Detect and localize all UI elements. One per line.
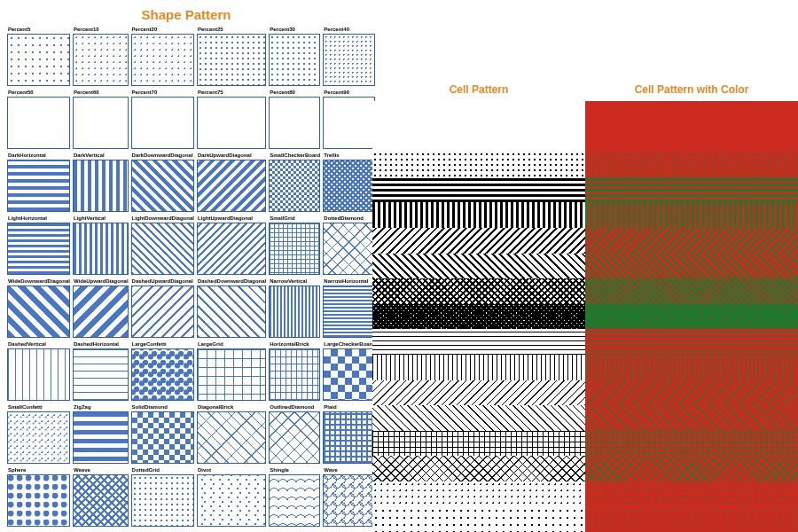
swatch-DashedHorizontal	[73, 348, 129, 401]
swatch-Wave	[323, 474, 374, 527]
swatch-NarrowHorizontal	[323, 286, 374, 338]
cell-pattern-mono-DiagonalStripe	[372, 254, 585, 279]
swatch-label: Divot	[197, 466, 266, 474]
cell-pattern-mono-DiagonalCrosshatch	[372, 278, 585, 304]
shape-swatch: SolidDiamond	[131, 403, 194, 464]
shape-pattern-grid: Percent5Percent10Percent20Percent25Perce…	[7, 26, 365, 527]
cell-pattern-mono-ThinDiagonalCrosshatch	[372, 456, 585, 481]
swatch-label: WideDownwardDiagonal	[7, 278, 70, 286]
shape-swatch: DarkVertical	[73, 152, 129, 212]
swatch-label: LightUpwardDiagonal	[197, 215, 266, 223]
shape-swatch: Percent30	[269, 26, 320, 86]
swatch-Percent30	[269, 34, 320, 86]
cell-pattern-row	[372, 481, 798, 507]
swatch-label: DashedHorizontal	[73, 340, 129, 348]
shape-pattern-title: Shape Pattern	[7, 5, 365, 26]
cell-pattern-mono-Gray12	[372, 481, 585, 507]
cell-pattern-color-ThinDiagonalCrosshatch	[585, 456, 798, 481]
shape-swatch: Percent20	[131, 26, 194, 86]
cell-pattern-color-ThinDiagonalStripe	[585, 405, 798, 431]
cell-pattern-mono-VerticalStripe	[372, 202, 585, 228]
swatch-label: DarkUpwardDiagonal	[197, 152, 266, 160]
swatch-Trellis	[323, 160, 374, 212]
swatch-OutlinedDiamond	[269, 411, 320, 464]
swatch-label: DarkDownwardDiagonal	[131, 152, 194, 160]
cell-pattern-mono-ThickDiagonalCrosshatch	[372, 304, 585, 330]
cell-pattern-mono-ThinHorizontalStripe	[372, 329, 585, 355]
cell-pattern-color-ReverseDiagonalStripe	[585, 228, 798, 254]
swatch-DashedVertical	[7, 348, 70, 401]
swatch-label: DashedUpwardDiagonal	[131, 278, 194, 286]
swatch-label: DottedDiamond	[323, 215, 374, 223]
swatch-label: Percent70	[131, 89, 194, 97]
swatch-label: DashedDownwardDiagonal	[197, 278, 266, 286]
swatch-label: HorizontalBrick	[269, 340, 320, 348]
swatch-LargeGrid	[197, 348, 266, 401]
swatch-label: OutlinedDiamond	[269, 403, 320, 411]
swatch-label: DarkVertical	[73, 152, 129, 160]
shape-swatch: Percent5	[7, 26, 70, 86]
swatch-DottedDiamond	[323, 223, 374, 275]
cell-pattern-row	[372, 431, 798, 457]
cell-pattern-row	[372, 228, 798, 254]
cell-pattern-row	[372, 380, 798, 406]
swatch-SolidDiamond	[131, 411, 194, 464]
cell-pattern-color-DiagonalStripe	[585, 254, 798, 279]
swatch-Divot	[197, 474, 266, 527]
cell-pattern-row	[372, 405, 798, 431]
swatch-Sphere	[7, 474, 70, 527]
swatch-DashedDownwardDiagonal	[197, 286, 266, 338]
swatch-DottedGrid	[131, 474, 194, 527]
shape-swatch: DottedGrid	[131, 466, 194, 527]
cell-pattern-color-Gray50	[585, 101, 798, 127]
cell-pattern-title: Cell Pattern	[372, 83, 585, 99]
swatch-NarrowVertical	[269, 286, 320, 338]
shape-swatch: Weave	[73, 466, 129, 527]
shape-swatch: Wave	[323, 466, 374, 527]
shape-swatch: LightHorizontal	[7, 215, 70, 275]
swatch-label: DarkHorizontal	[7, 152, 70, 160]
shape-swatch: DashedUpwardDiagonal	[131, 278, 194, 338]
cell-pattern-row	[372, 278, 798, 304]
shape-swatch: Percent10	[73, 26, 129, 86]
swatch-LightDownwardDiagonal	[131, 223, 194, 275]
cell-pattern-mono-ThinReverseDiagonalStripe	[372, 380, 585, 406]
swatch-Percent40	[323, 34, 374, 86]
shape-swatch: DashedHorizontal	[73, 340, 129, 401]
shape-swatch: HorizontalBrick	[269, 340, 320, 401]
shape-swatch: NarrowHorizontal	[323, 278, 374, 338]
cell-pattern-color-Gray75	[585, 127, 798, 153]
swatch-Percent60	[73, 97, 129, 149]
cell-pattern-row	[372, 254, 798, 279]
cell-pattern-mono-ThinVerticalStripe	[372, 355, 585, 380]
shape-swatch: Percent75	[197, 89, 266, 149]
shape-swatch: Percent60	[73, 89, 129, 149]
cell-pattern-color-ThinVerticalStripe	[585, 355, 798, 380]
swatch-Percent75	[197, 97, 266, 149]
swatch-label: DashedVertical	[7, 340, 70, 348]
swatch-Percent5	[7, 34, 70, 86]
swatch-Weave	[73, 474, 129, 527]
shape-swatch: SmallConfetti	[7, 403, 70, 464]
cell-pattern-color-title: Cell Pattern with Color	[585, 83, 798, 99]
swatch-label: Percent75	[197, 89, 266, 97]
swatch-SmallCheckerBoard	[269, 160, 320, 212]
swatch-DashedUpwardDiagonal	[131, 286, 194, 338]
swatch-label: LargeGrid	[197, 340, 266, 348]
shape-swatch: SmallGrid	[269, 215, 320, 275]
cell-pattern-color-ThinHorizontalCrosshatch	[585, 431, 798, 457]
cell-pattern-color-ThinReverseDiagonalStripe	[585, 380, 798, 406]
shape-swatch: DashedDownwardDiagonal	[197, 278, 266, 338]
swatch-Percent20	[131, 34, 194, 86]
swatch-label: Shingle	[269, 466, 320, 474]
swatch-LightUpwardDiagonal	[197, 223, 266, 275]
swatch-label: LargeCheckerBoard	[323, 340, 374, 348]
swatch-label: Wave	[323, 466, 374, 474]
shape-swatch: LightVertical	[73, 215, 129, 275]
shape-swatch: DarkDownwardDiagonal	[131, 152, 194, 212]
cell-pattern-panel: Cell Pattern Cell Pattern with Color	[372, 0, 798, 532]
swatch-label: WideUpwardDiagonal	[73, 278, 129, 286]
swatch-label: NarrowVertical	[269, 278, 320, 286]
swatch-label: SmallConfetti	[7, 403, 70, 411]
swatch-label: Weave	[73, 466, 129, 474]
